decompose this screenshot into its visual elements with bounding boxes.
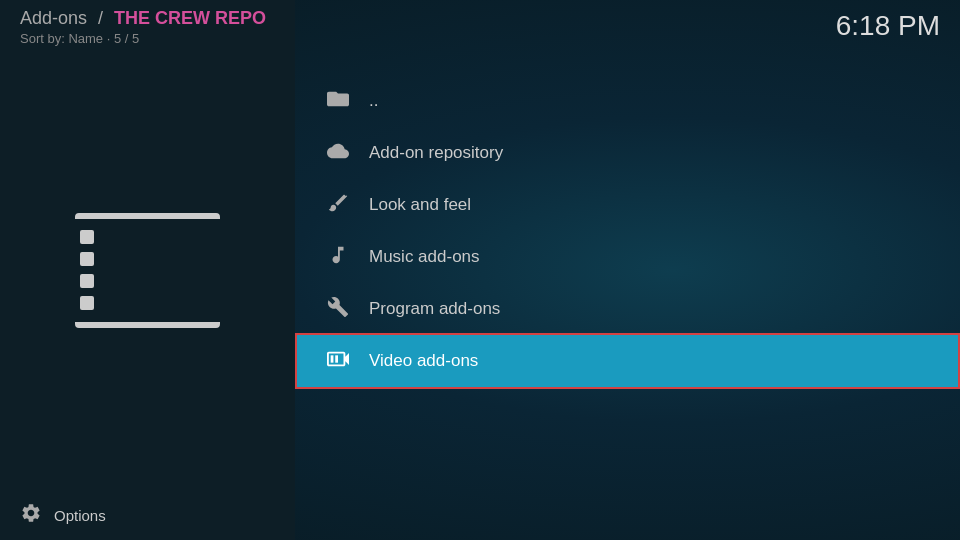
clock: 6:18 PM (836, 10, 940, 42)
film-icon-wrap (68, 205, 228, 335)
film-hole (80, 230, 94, 244)
film-hole (80, 252, 94, 266)
header: Add-ons / THE CREW REPO Sort by: Name · … (0, 0, 960, 46)
video-icon (325, 348, 351, 375)
film-icon (75, 213, 220, 328)
breadcrumb-base: Add-ons (20, 8, 87, 28)
breadcrumb-separator: / (98, 8, 103, 28)
film-hole (80, 296, 94, 310)
sort-info: Sort by: Name · 5 / 5 (20, 31, 940, 46)
menu-item-look-feel[interactable]: Look and feel (295, 179, 960, 231)
film-hole (201, 296, 215, 310)
menu-item-parent-label: .. (369, 91, 378, 111)
clock-time: 6:18 PM (836, 10, 940, 41)
music-icon (325, 244, 351, 271)
menu-item-addon-repo-label: Add-on repository (369, 143, 503, 163)
sort-label: Sort by: Name (20, 31, 103, 46)
repo-name: THE CREW REPO (114, 8, 266, 28)
film-hole (201, 252, 215, 266)
menu-item-parent[interactable]: .. (295, 75, 960, 127)
brush-icon (325, 192, 351, 219)
menu-item-look-feel-label: Look and feel (369, 195, 471, 215)
film-strip-right (197, 219, 219, 322)
film-hole (80, 274, 94, 288)
menu-item-addon-repo[interactable]: Add-on repository (295, 127, 960, 179)
menu-list: .. Add-on repository Look and feel Music… (295, 75, 960, 387)
menu-item-video-addons[interactable]: Video add-ons (295, 335, 960, 387)
menu-item-music-addons[interactable]: Music add-ons (295, 231, 960, 283)
sort-dot: · (107, 31, 111, 46)
folder-icon (325, 88, 351, 115)
film-hole (201, 274, 215, 288)
options-label: Options (54, 507, 106, 524)
film-strip-left (76, 219, 98, 322)
menu-item-program-addons[interactable]: Program add-ons (295, 283, 960, 335)
menu-item-program-addons-label: Program add-ons (369, 299, 500, 319)
svg-rect-0 (331, 355, 334, 362)
menu-item-music-addons-label: Music add-ons (369, 247, 480, 267)
wrench-icon (325, 296, 351, 323)
film-hole (201, 230, 215, 244)
left-panel (0, 0, 295, 540)
breadcrumb: Add-ons / THE CREW REPO (20, 8, 940, 29)
cloud-icon (325, 140, 351, 167)
item-count: 5 / 5 (114, 31, 139, 46)
menu-item-video-addons-label: Video add-ons (369, 351, 478, 371)
options-bar[interactable]: Options (0, 490, 295, 540)
svg-rect-1 (335, 355, 338, 362)
options-icon (20, 502, 42, 529)
